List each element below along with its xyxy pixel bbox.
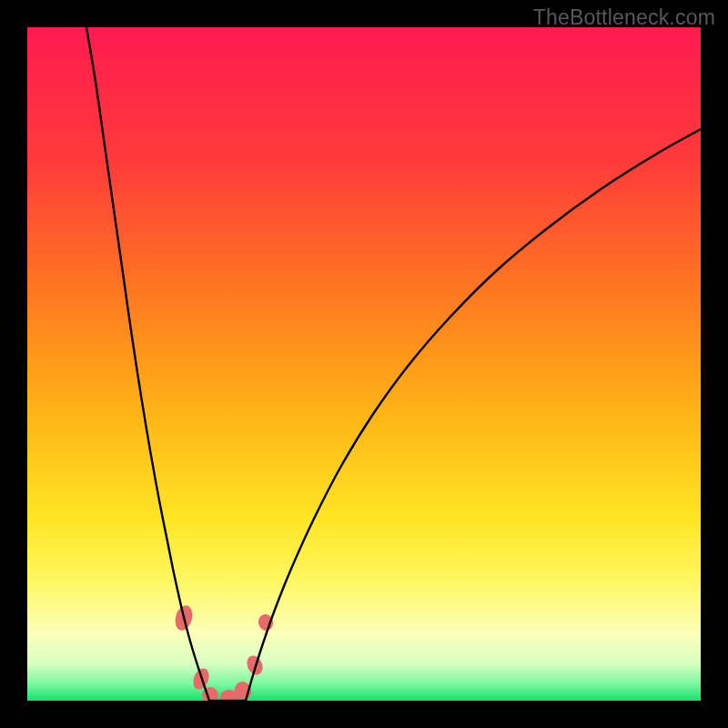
chart-frame [27,27,701,701]
bottleneck-chart [27,27,701,701]
chart-background [27,27,701,701]
watermark-text: TheBottleneck.com [533,5,715,30]
